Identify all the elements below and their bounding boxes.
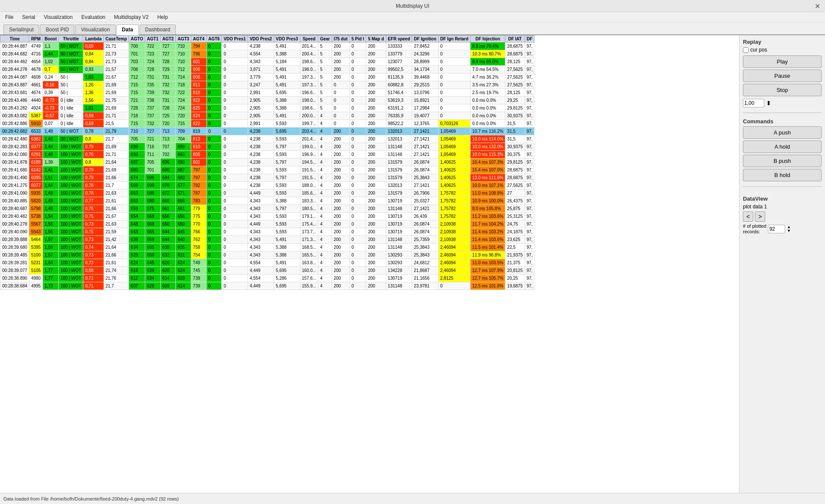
cell-18: 0 xyxy=(349,50,366,58)
menu-serial[interactable]: Serial xyxy=(18,13,39,21)
table-row[interactable]: 00:28:42.68265331,4850 | WOT0,7821,79710… xyxy=(0,128,535,135)
menu-help[interactable]: Help xyxy=(154,13,171,21)
table-row[interactable]: 00:28:40.88558201,49100 | WOT0,7721,6166… xyxy=(0,197,535,205)
table-row[interactable]: 00:28:39.48551001,57100 | WOT0,7321,6662… xyxy=(0,251,535,259)
tab-dashboard[interactable]: Dashboard xyxy=(140,24,176,34)
table-row[interactable]: 00:28:43.4864440-0,730 | Idle1,5621,7572… xyxy=(0,97,535,104)
prev-button[interactable]: < xyxy=(743,211,753,222)
table-row[interactable]: 00:28:41.27560771,44100 | WOT0,7821,7669… xyxy=(0,182,535,189)
menu-multidisplay[interactable]: Multidisplay V2 xyxy=(110,13,152,21)
table-row[interactable]: 00:28:41.49060951,51100 | WOT0,7921,6667… xyxy=(0,174,535,182)
cell-13: 4,449 xyxy=(248,282,274,290)
table-row[interactable]: 00:28:40.68757981,48100 | WOT0,7621,6665… xyxy=(0,205,535,213)
table-row[interactable]: 00:28:39.68053951,59100 | WOT0,7421,6463… xyxy=(0,244,535,251)
tab-data[interactable]: Data xyxy=(116,24,139,35)
cell-4: 0,71 xyxy=(83,275,104,282)
table-row[interactable]: 00:28:44.48246541,0250 | WOT0,8421,73703… xyxy=(0,58,535,66)
cell-14: 5,388 xyxy=(274,104,300,112)
cell-12: 0 xyxy=(222,282,248,290)
cell-14: 5,491 xyxy=(274,112,300,120)
tab-serialinput[interactable]: SerialInput xyxy=(3,24,39,34)
cell-18: 0 xyxy=(349,89,366,97)
cell-25: 97, xyxy=(525,97,535,104)
cell-19: 200 xyxy=(366,104,386,112)
cell-6: 705 xyxy=(129,135,145,143)
table-row[interactable]: 00:28:43.8874661-0,1650 |1,2621,69715735… xyxy=(0,81,535,89)
table-row[interactable]: 00:28:43.2824924-0,730 | Idle1,0121,6972… xyxy=(0,104,535,112)
table-row[interactable]: 00:28:40.09055431,56100 | WOT0,7521,5964… xyxy=(0,228,535,236)
pause-button[interactable]: Pause xyxy=(743,70,822,82)
table-row[interactable]: 00:28:41.87861881,39100 | WOT0,821,64687… xyxy=(0,159,535,166)
cell-11: 0 xyxy=(206,104,222,112)
table-row[interactable]: 00:28:44.08746080,2450 |1,0321,677127317… xyxy=(0,73,535,81)
tab-boostpid[interactable]: Boost PID xyxy=(40,24,74,34)
table-row[interactable]: 00:28:44.88747491,150 | WOT0,6921,717007… xyxy=(0,43,535,50)
cell-25: 97, xyxy=(525,166,535,174)
table-row[interactable]: 00:28:39.07751051,77100 | WOT0,6821,7461… xyxy=(0,267,535,275)
table-row[interactable]: 00:28:41.09059351,49100 | WOT0,7821,6366… xyxy=(0,189,535,197)
cell-22: 2,46094 xyxy=(438,267,471,275)
b-push-button[interactable]: B push xyxy=(743,155,822,167)
table-row[interactable]: 00:28:44.68247161,4450 | WOT0,8421,73701… xyxy=(0,50,535,58)
cell-23: 10.4 ms 107.3% xyxy=(471,159,505,166)
table-row[interactable]: 00:28:39.88854641,57100 | WOT0,7321,4263… xyxy=(0,236,535,244)
menu-evaluation[interactable]: Evaluation xyxy=(78,13,109,21)
cell-12: 0 xyxy=(222,104,248,112)
speed-spinner-icon[interactable]: ⬍ xyxy=(766,100,771,107)
b-hold-button[interactable]: B hold xyxy=(743,169,822,181)
cell-5: 21,7 xyxy=(104,135,129,143)
records-spinner[interactable]: ▲ ▼ xyxy=(787,225,791,233)
cell-15: 196.9... xyxy=(300,151,318,159)
cell-1: 6188 xyxy=(29,159,43,166)
next-button[interactable]: > xyxy=(755,211,765,222)
cell-15: 197.3... xyxy=(300,73,318,81)
data-table-area[interactable]: TimeRPMBoostThrottleLambdaCaseTempAGTOAG… xyxy=(0,35,739,493)
speed-input[interactable] xyxy=(743,99,764,107)
cell-5: 21,64 xyxy=(104,244,129,251)
play-button[interactable]: Play xyxy=(743,55,822,68)
cell-13: 4,238 xyxy=(248,182,274,189)
table-row[interactable]: 00:28:38.68449951,73100 | WOT0,7121,7607… xyxy=(0,282,535,290)
cell-22: 1,05469 xyxy=(438,143,471,151)
cell-5: 21,69 xyxy=(104,104,129,112)
cell-11: 0 xyxy=(206,159,222,166)
cell-23: 8.0 ms 105.8% xyxy=(471,205,505,213)
stop-button[interactable]: Stop xyxy=(743,84,822,96)
table-row[interactable]: 00:28:38.89049801,77100 | WOT0,7121,7661… xyxy=(0,275,535,282)
cell-17: 200 xyxy=(332,135,349,143)
col-header-agt1: AGT1 xyxy=(145,36,161,43)
cell-17: 200 xyxy=(332,151,349,159)
menu-file[interactable]: File xyxy=(2,13,17,21)
table-row[interactable]: 00:28:42.28363771,44100 | WOT0,7921,6969… xyxy=(0,143,535,151)
close-button[interactable]: ✕ xyxy=(813,2,822,10)
table-row[interactable]: 00:28:44.27846780,750 | WOT0,9321,577087… xyxy=(0,66,535,73)
records-input[interactable] xyxy=(768,225,785,233)
cell-3: 50 | WOT xyxy=(58,66,83,73)
cell-24: 27 xyxy=(505,189,525,197)
table-row[interactable]: 00:28:42.88659100,070 | Idle0,6921,57157… xyxy=(0,120,535,128)
table-row[interactable]: 00:28:42.48063821,4650 | WOT0,821,770572… xyxy=(0,135,535,143)
a-push-button[interactable]: A push xyxy=(743,126,822,139)
cell-21: 27,8452 xyxy=(412,43,438,50)
cell-24: 30,9375 xyxy=(505,143,525,151)
table-row[interactable]: 00:28:43.0825387-0,570 | Idle0,6921,7171… xyxy=(0,112,535,120)
cell-8: 732 xyxy=(160,81,176,89)
table-row[interactable]: 00:28:42.08062911,48100 | WOT0,7621,7169… xyxy=(0,151,535,159)
table-row[interactable]: 00:28:40.27855671,56100 | WOT0,7321,6364… xyxy=(0,220,535,228)
table-row[interactable]: 00:28:39.28152311,64100 | WOT0,7321,6162… xyxy=(0,259,535,267)
cell-18: 0 xyxy=(349,135,366,143)
menu-visualization[interactable]: Visualization xyxy=(40,13,76,21)
cell-24: 29,25 xyxy=(505,97,525,104)
curpos-checkbox[interactable] xyxy=(743,47,749,53)
tab-visualization[interactable]: Visualization xyxy=(75,24,115,34)
a-hold-button[interactable]: A hold xyxy=(743,141,822,153)
cell-19: 200 xyxy=(366,182,386,189)
table-row[interactable]: 00:28:40.48257381,54100 | WOT0,7521,6765… xyxy=(0,213,535,220)
table-row[interactable]: 00:28:43.68146740,3950 |1,3621,697157397… xyxy=(0,89,535,97)
cell-10: 792 xyxy=(191,182,207,189)
table-row[interactable]: 00:28:41.68061421,41100 | WOT0,7921,6968… xyxy=(0,166,535,174)
cell-1: 4749 xyxy=(29,43,43,50)
cell-9: 715 xyxy=(176,120,191,128)
cell-3: 100 | WOT xyxy=(58,159,83,166)
cell-14: 5,388 xyxy=(274,197,300,205)
